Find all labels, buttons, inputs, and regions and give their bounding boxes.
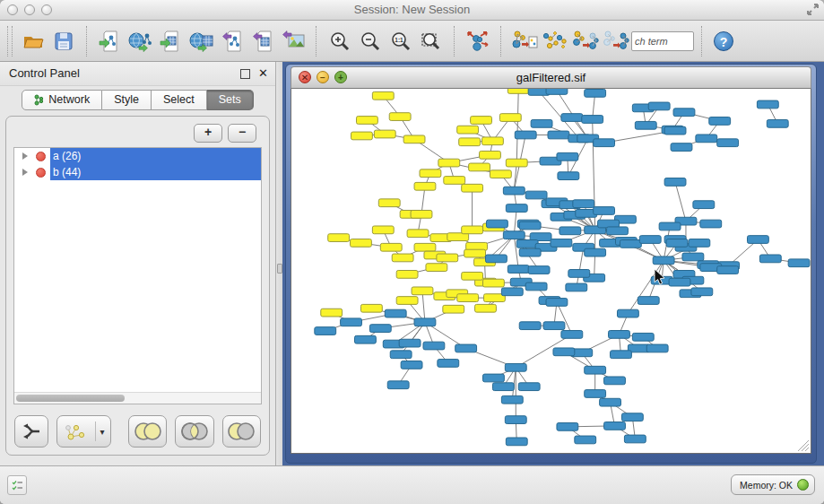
panel-splitter[interactable] (276, 62, 282, 466)
graph-node[interactable] (528, 266, 550, 274)
graph-node[interactable] (471, 117, 492, 125)
graph-node[interactable] (423, 342, 445, 350)
graph-node[interactable] (682, 253, 704, 261)
split-sets-button[interactable] (14, 415, 48, 448)
graph-node[interactable] (503, 231, 525, 239)
graph-node[interactable] (639, 236, 661, 244)
graph-node[interactable] (546, 299, 568, 307)
horizontal-scrollbar[interactable] (14, 392, 261, 404)
search-input[interactable] (631, 31, 694, 51)
graph-node[interactable] (531, 119, 552, 127)
tab-sets[interactable]: Sets (207, 90, 254, 110)
export-network-button[interactable] (217, 24, 247, 58)
graph-node[interactable] (664, 178, 686, 187)
sets-list[interactable]: a (26) b (44) (13, 147, 262, 404)
graph-node[interactable] (561, 114, 583, 122)
graph-node[interactable] (426, 264, 447, 272)
graph-node[interactable] (507, 89, 529, 93)
graph-node[interactable] (390, 351, 412, 359)
graph-node[interactable] (506, 438, 527, 446)
graph-node[interactable] (515, 131, 536, 139)
help-button[interactable]: ? (710, 24, 737, 58)
expand-triangle-icon[interactable] (22, 152, 28, 160)
add-set-button[interactable]: + (194, 124, 222, 143)
graph-node[interactable] (546, 89, 568, 94)
graph-node[interactable] (693, 201, 715, 209)
graph-node[interactable] (624, 435, 646, 443)
save-session-button[interactable] (48, 24, 79, 58)
tab-select[interactable]: Select (152, 90, 207, 110)
graph-node[interactable] (653, 256, 674, 265)
graph-node[interactable] (501, 395, 523, 404)
graph-node[interactable] (620, 240, 641, 248)
graph-node[interactable] (673, 109, 695, 117)
graph-node[interactable] (499, 114, 521, 122)
graph-node[interactable] (341, 318, 362, 326)
graph-node[interactable] (420, 169, 441, 178)
graph-node[interactable] (557, 422, 578, 430)
set-intersection-button[interactable] (175, 415, 213, 448)
graph-node[interactable] (585, 89, 606, 97)
fullscreen-icon[interactable] (806, 3, 820, 20)
task-history-button[interactable] (7, 475, 27, 495)
graph-node[interactable] (607, 227, 629, 235)
graph-node[interactable] (558, 172, 579, 180)
graph-node[interactable] (505, 363, 526, 371)
graph-node[interactable] (490, 170, 511, 178)
graph-node[interactable] (700, 220, 722, 228)
set-row-label[interactable]: b (44) (50, 164, 261, 180)
graph-node[interactable] (315, 327, 336, 335)
zoom-out-button[interactable] (355, 24, 386, 58)
graph-node[interactable] (444, 177, 465, 185)
graph-node[interactable] (469, 163, 490, 171)
graph-node[interactable] (414, 318, 436, 326)
graph-node[interactable] (438, 360, 459, 368)
graph-node[interactable] (646, 344, 668, 352)
graph-node[interactable] (518, 383, 540, 391)
graph-node[interactable] (464, 249, 486, 257)
graph-node[interactable] (767, 119, 788, 127)
graph-node[interactable] (506, 204, 527, 213)
graph-node[interactable] (543, 322, 565, 330)
graph-node[interactable] (559, 227, 581, 235)
list-item[interactable]: b (44) (14, 164, 261, 180)
graph-node[interactable] (594, 207, 615, 215)
graph-node[interactable] (671, 143, 692, 152)
graph-node[interactable] (557, 152, 578, 161)
list-item[interactable]: a (26) (14, 148, 261, 164)
set-row-label[interactable]: a (26) (50, 148, 261, 164)
graph-node[interactable] (573, 200, 594, 208)
graph-node[interactable] (437, 254, 458, 262)
graph-node[interactable] (396, 297, 418, 305)
graph-node[interactable] (351, 132, 373, 140)
graph-node[interactable] (516, 240, 538, 248)
graph-node[interactable] (717, 139, 739, 147)
graph-node[interactable] (594, 139, 615, 147)
remove-set-button[interactable]: − (228, 124, 256, 143)
toolbar-drag-handle[interactable] (7, 26, 13, 56)
graph-node[interactable] (412, 287, 433, 295)
export-table-button[interactable] (247, 24, 278, 58)
expand-triangle-icon[interactable] (22, 169, 28, 176)
graph-node[interactable] (492, 383, 514, 391)
graph-node[interactable] (501, 288, 523, 296)
graph-node[interactable] (585, 248, 606, 256)
create-set-combo-button[interactable]: ▾ (56, 415, 111, 448)
graph-node[interactable] (689, 239, 710, 248)
graph-node[interactable] (659, 222, 681, 230)
graph-node[interactable] (609, 331, 630, 339)
float-panel-icon[interactable] (240, 69, 250, 79)
graph-node[interactable] (443, 305, 464, 313)
graph-node[interactable] (548, 131, 569, 139)
set-difference-button[interactable] (222, 415, 261, 448)
resize-grip-icon[interactable] (798, 440, 810, 452)
show-all-button[interactable] (601, 24, 631, 58)
graph-node[interactable] (414, 182, 436, 190)
import-network-web-button[interactable] (126, 24, 156, 58)
graph-node[interactable] (582, 116, 603, 124)
chevron-down-icon[interactable]: ▾ (100, 427, 105, 437)
tab-style[interactable]: Style (102, 90, 152, 110)
graph-node[interactable] (691, 288, 713, 296)
graph-node[interactable] (759, 255, 781, 263)
graph-node[interactable] (457, 126, 479, 134)
